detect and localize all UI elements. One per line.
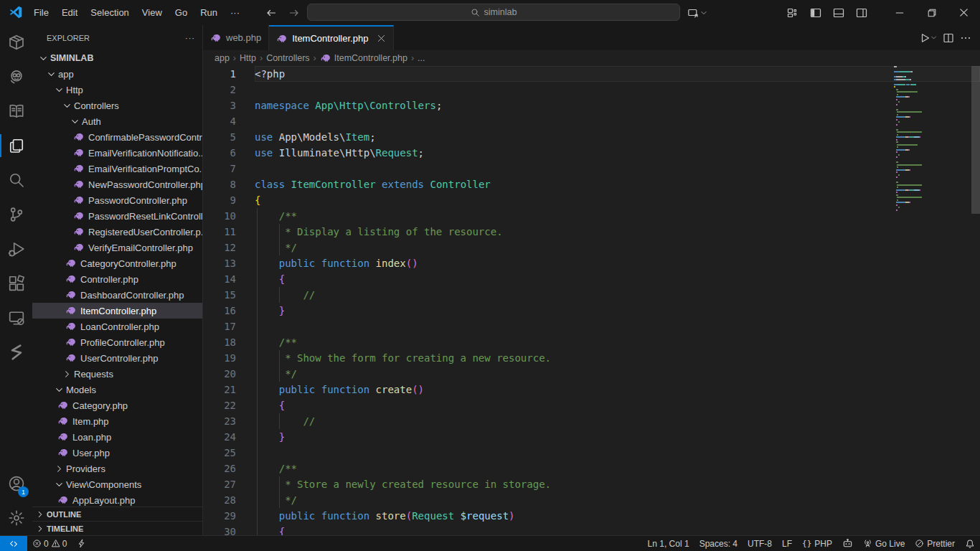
indentation-setting[interactable]: Spaces: 4 [694,536,743,551]
split-editor-button[interactable] [941,31,956,45]
file-controller-php[interactable]: Controller.php [32,271,202,287]
code-line-15[interactable]: 15 // [203,287,980,303]
eol-setting[interactable]: LF [777,536,797,551]
encoding-setting[interactable]: UTF-8 [743,536,777,551]
activity-settings-gear-icon[interactable] [0,501,32,535]
menu-go[interactable]: Go [169,4,194,22]
code-line-17[interactable]: 17 [203,319,980,334]
problems-indicator[interactable]: 0 0 [27,536,72,551]
code-line-8[interactable]: 8class ItemController extends Controller [203,176,980,192]
code-line-9[interactable]: 9{ [203,192,980,208]
file-usercontroller-php[interactable]: UserController.php [32,350,202,366]
file-dashboardcontroller-php[interactable]: DashboardController.php [32,287,202,303]
layout-panel-icon[interactable] [827,0,850,25]
folder-controllers[interactable]: Controllers [32,98,202,113]
file-confirmablepasswordcontr-[interactable]: ConfirmablePasswordContr... [32,129,202,145]
folder-siminlab[interactable]: SIMINLAB [32,50,202,66]
code-line-3[interactable]: 3namespace App\Http\Controllers; [203,98,980,113]
file-applayout-php[interactable]: AppLayout.php [32,492,202,507]
code-line-19[interactable]: 19 * Show the form for creating a new re… [203,350,980,366]
code-line-7[interactable]: 7 [203,161,980,176]
activity-source-control-icon[interactable] [0,197,32,232]
customize-layout-icon[interactable] [781,0,804,25]
minimize-button[interactable] [883,0,915,25]
menu-file[interactable]: File [27,4,55,22]
folder-http[interactable]: Http [32,82,202,98]
code-line-14[interactable]: 14 { [203,271,980,287]
file-user-php[interactable]: User.php [32,445,202,461]
code-line-5[interactable]: 5use App\Models\Item; [203,129,980,145]
close-button[interactable] [948,0,980,25]
go-live-button[interactable]: Go Live [858,536,910,551]
editor-more-actions[interactable] [958,31,973,45]
breadcrumb-item[interactable]: Http [240,53,256,63]
code-line-22[interactable]: 22 { [203,397,980,413]
menu-edit[interactable]: Edit [55,4,84,22]
menu-more[interactable]: ··· [224,4,246,22]
vertical-scrollbar[interactable] [971,66,980,214]
thunder-client-button[interactable] [72,536,91,551]
code-line-12[interactable]: 12 */ [203,240,980,255]
folder-auth[interactable]: Auth [32,113,202,129]
file-passwordresetlinkcontroll-[interactable]: PasswordResetLinkControll... [32,208,202,224]
share-layout-dropdown[interactable] [687,0,707,25]
code-line-25[interactable]: 25 [203,445,980,461]
outline-section[interactable]: OUTLINE [32,507,202,521]
close-icon[interactable] [377,34,386,43]
breadcrumb-item[interactable]: app [215,53,230,63]
code-line-6[interactable]: 6use Illuminate\Http\Request; [203,145,980,161]
file-newpasswordcontroller-php[interactable]: NewPasswordController.php [32,176,202,192]
robot-button[interactable] [837,536,858,551]
code-line-18[interactable]: 18 /** [203,334,980,350]
code-line-16[interactable]: 16 } [203,303,980,319]
file-loan-php[interactable]: Loan.php [32,429,202,445]
code-line-4[interactable]: 4 [203,113,980,129]
language-mode[interactable]: {} PHP [797,536,837,551]
explorer-more-actions[interactable]: ··· [185,34,195,42]
notifications-bell[interactable] [960,536,980,551]
activity-extensions-icon[interactable] [0,266,32,301]
file-profilecontroller-php[interactable]: ProfileController.php [32,334,202,350]
activity-run-debug-icon[interactable] [0,232,32,266]
layout-sidebar-left-icon[interactable] [804,0,827,25]
menu-view[interactable]: View [136,4,169,22]
folder-view-components[interactable]: View\Components [32,476,202,492]
file-passwordcontroller-php[interactable]: PasswordController.php [32,192,202,208]
layout-sidebar-right-icon[interactable] [850,0,873,25]
code-line-26[interactable]: 26 /** [203,461,980,476]
restore-button[interactable] [915,0,948,25]
search-box[interactable]: siminlab [307,4,680,21]
forward-arrow-icon[interactable] [287,0,301,25]
tab-itemcontroller-php[interactable]: ItemController.php [269,25,394,50]
folder-providers[interactable]: Providers [32,461,202,476]
code-line-27[interactable]: 27 * Store a newly created resource in s… [203,476,980,492]
file-verifyemailcontroller-php[interactable]: VerifyEmailController.php [32,240,202,255]
activity-search-icon[interactable] [0,163,32,197]
code-line-2[interactable]: 2 [203,82,980,98]
breadcrumb-item[interactable]: Controllers [266,53,309,63]
code-line-10[interactable]: 10 /** [203,208,980,224]
code-line-28[interactable]: 28 */ [203,492,980,508]
cursor-position[interactable]: Ln 1, Col 1 [643,536,694,551]
folder-app[interactable]: app [32,66,202,82]
file-category-php[interactable]: Category.php [32,397,202,413]
code-editor[interactable]: 1<?php23namespace App\Http\Controllers;4… [203,66,980,535]
code-line-21[interactable]: 21 public function create() [203,382,980,397]
code-line-13[interactable]: 13 public function index() [203,255,980,271]
menu-selection[interactable]: Selection [84,4,135,22]
file-categorycontroller-php[interactable]: CategoryController.php [32,255,202,271]
code-line-11[interactable]: 11 * Display a listing of the resource. [203,224,980,240]
file-loancontroller-php[interactable]: LoanController.php [32,319,202,334]
tab-web-php[interactable]: web.php [203,25,269,50]
file-item-php[interactable]: Item.php [32,413,202,429]
activity-monkey-icon[interactable] [0,60,32,94]
breadcrumb-item[interactable]: ItemController.php [320,52,407,64]
remote-indicator[interactable] [0,536,27,551]
activity-book-icon[interactable] [0,94,32,128]
activity-s-logo-icon[interactable] [0,335,32,369]
code-line-29[interactable]: 29 public function store(Request $reques… [203,508,980,524]
file-emailverificationpromptco-[interactable]: EmailVerificationPromptCo... [32,161,202,176]
activity-remote-explorer-icon[interactable] [0,301,32,335]
timeline-section[interactable]: TIMELINE [32,521,202,535]
file-itemcontroller-php[interactable]: ItemController.php [32,303,202,319]
